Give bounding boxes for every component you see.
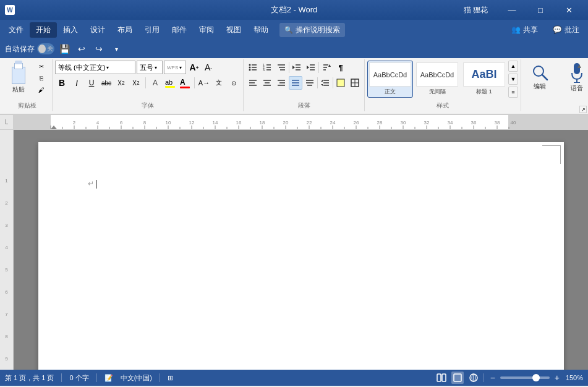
page-view-button[interactable] (451, 372, 464, 384)
menu-file[interactable]: 文件 (2, 22, 30, 38)
justify-button[interactable] (289, 76, 302, 90)
grow-font-button[interactable]: A+ (187, 61, 201, 74)
save-button[interactable]: 💾 (57, 41, 72, 56)
enclose-button[interactable]: ⊙ (227, 76, 241, 90)
menu-home[interactable]: 开始 (30, 22, 57, 38)
page-container[interactable]: ↵ (14, 130, 588, 370)
svg-point-4 (249, 67, 251, 69)
para-divider-2 (318, 62, 319, 73)
cut-button[interactable]: ✂ (33, 61, 49, 72)
paragraph-mark: ↵ (88, 179, 94, 188)
status-sep-2 (96, 373, 97, 382)
font-size-text[interactable]: WPS ▾ (164, 61, 186, 74)
menu-view[interactable]: 视图 (220, 22, 247, 38)
align-left-icon (249, 79, 257, 87)
align-right-button[interactable] (275, 76, 288, 90)
editing-group: 编辑 编辑 (521, 59, 558, 111)
styles-down-button[interactable]: ▼ (508, 74, 518, 85)
underline-icon: U (89, 79, 95, 87)
search-box[interactable]: 🔍 操作说明搜索 (279, 23, 345, 37)
sort-button[interactable] (320, 61, 333, 74)
char-spacing-button[interactable]: A→ (197, 76, 211, 90)
copy-button[interactable]: ⎘ (33, 72, 49, 83)
styles-more-button[interactable]: ≡ (508, 87, 518, 98)
editing-button[interactable]: 编辑 (524, 61, 556, 94)
svg-marker-15 (292, 66, 295, 69)
italic-button[interactable]: I (70, 76, 83, 90)
editing-content: 编辑 (524, 61, 556, 100)
zoom-thumb[interactable] (532, 374, 540, 381)
zoom-out-button[interactable]: − (488, 373, 498, 383)
paste-button[interactable]: 粘贴 (5, 61, 32, 94)
zoom-slider[interactable] (500, 376, 550, 379)
menu-insert[interactable]: 插入 (57, 22, 84, 38)
borders-button[interactable] (348, 76, 362, 90)
style-normal[interactable]: AaBbCcDd 正文 (367, 61, 413, 98)
minimize-button[interactable]: — (498, 0, 526, 20)
decrease-indent-button[interactable] (290, 61, 304, 74)
restore-button[interactable]: □ (526, 0, 555, 20)
text-cursor (96, 180, 96, 189)
multilevel-button[interactable] (275, 61, 288, 74)
align-center-button[interactable] (260, 76, 274, 90)
web-view-button[interactable] (467, 372, 480, 384)
svg-text:30: 30 (401, 120, 406, 125)
svg-marker-45 (321, 80, 323, 82)
menu-references[interactable]: 引用 (138, 22, 166, 38)
style-heading1[interactable]: AaBI 标题 1 (461, 61, 507, 98)
share-button[interactable]: 👥 共享 (505, 22, 544, 38)
distribute-button[interactable] (303, 76, 317, 90)
styles-up-button[interactable]: ▲ (508, 61, 518, 72)
format-painter-button[interactable]: 🖌 (33, 84, 49, 95)
style-heading1-preview: AaBI (463, 62, 505, 87)
numbering-button[interactable]: 1.2.3. (260, 61, 274, 74)
undo-button[interactable]: ↩ (74, 41, 89, 56)
v-ruler-6: 5 (0, 258, 13, 281)
document-page[interactable]: ↵ (38, 142, 564, 370)
ruler-unit: L (0, 115, 13, 129)
bullets-button[interactable] (246, 61, 260, 74)
redo-button[interactable]: ↪ (92, 41, 106, 56)
spell-check-icon: 📝 (104, 374, 113, 382)
page-content[interactable]: ↵ (88, 179, 514, 189)
svg-text:36: 36 (471, 120, 477, 125)
menu-layout[interactable]: 布局 (111, 22, 138, 38)
read-view-button[interactable] (435, 372, 448, 384)
strikethrough-button[interactable]: abc (100, 76, 113, 90)
styles-expand[interactable]: ↗ (579, 106, 587, 113)
phonetic-button[interactable]: 文 (212, 76, 226, 90)
highlight-button[interactable]: ab (163, 76, 177, 90)
font-name-selector[interactable]: 等线 (中文正文) ▾ (55, 61, 135, 74)
zoom-in-button[interactable]: + (552, 373, 562, 383)
increase-indent-button[interactable] (304, 61, 318, 74)
qa-more-button[interactable]: ▾ (109, 41, 124, 56)
svg-marker-19 (307, 66, 309, 69)
close-button[interactable]: ✕ (555, 0, 583, 20)
font-row-2: B I U abc X2 X2 A a (55, 76, 241, 90)
shading-button[interactable] (334, 76, 347, 90)
toggle-state: 关 (47, 45, 53, 53)
bold-button[interactable]: B (55, 76, 69, 90)
subscript-button[interactable]: X2 (114, 76, 128, 90)
align-left-button[interactable] (246, 76, 260, 90)
show-para-button[interactable]: ¶ (334, 61, 347, 74)
text-effect-button[interactable]: A (148, 76, 162, 90)
style-nospace[interactable]: AaBbCcDd 无间隔 (414, 61, 460, 98)
horizontal-ruler: 2 4 6 8 10 12 14 1 (14, 115, 588, 129)
menu-design[interactable]: 设计 (84, 22, 111, 38)
line-spacing-icon (321, 79, 330, 87)
ribbon-collapse-button[interactable]: ▲ (573, 59, 586, 72)
underline-button[interactable]: U (85, 76, 98, 90)
line-spacing-button[interactable] (318, 76, 332, 90)
font-color-button[interactable]: A (178, 76, 192, 90)
numbering-icon: 1.2.3. (263, 63, 271, 72)
app-logo: W (5, 5, 15, 15)
font-size-selector[interactable]: 五号 ▾ (137, 61, 163, 74)
superscript-button[interactable]: X2 (129, 76, 143, 90)
menu-review[interactable]: 审阅 (193, 22, 220, 38)
comment-button[interactable]: 💬 批注 (547, 22, 586, 38)
menu-mailings[interactable]: 邮件 (166, 22, 193, 38)
menu-help[interactable]: 帮助 (247, 22, 275, 38)
shrink-font-button[interactable]: A- (202, 61, 215, 74)
autosave-toggle[interactable]: 关 (37, 43, 54, 54)
